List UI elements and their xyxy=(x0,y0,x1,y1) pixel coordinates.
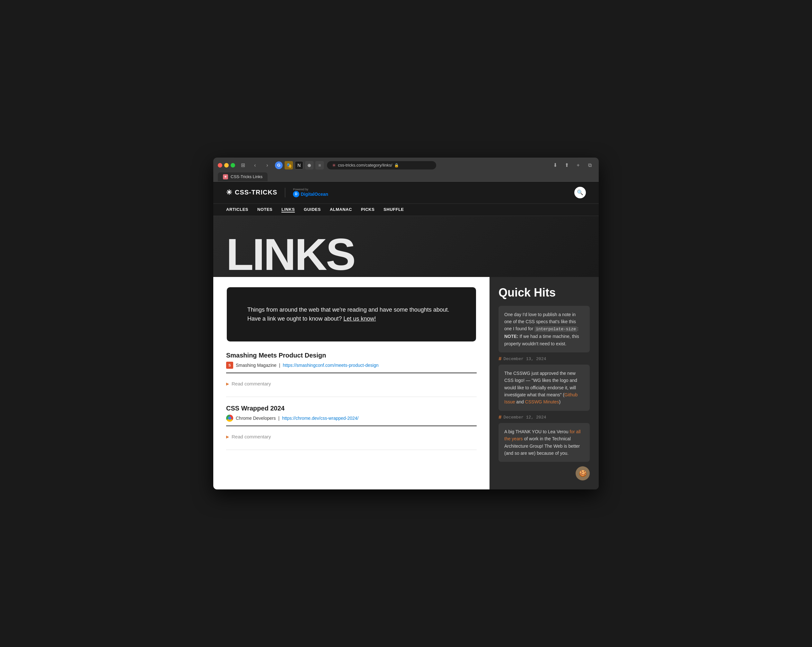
minimize-button[interactable] xyxy=(224,163,229,167)
address-bar[interactable]: ✳ css-tricks.com/category/links/ 🔒 xyxy=(327,161,436,169)
smashing-logo-icon: S xyxy=(226,362,233,369)
favicon-star: ✳ xyxy=(332,163,336,168)
logo-star-icon: ✳ xyxy=(226,189,232,197)
article-title-1[interactable]: Smashing Meets Product Design xyxy=(226,352,477,359)
address-bar-container: ✳ css-tricks.com/category/links/ 🔒 xyxy=(327,161,547,169)
qh3-before: A big THANK YOU to Lea Verou xyxy=(504,429,569,434)
read-commentary-2[interactable]: ▶ Read commentary xyxy=(226,431,477,442)
share-button[interactable]: ⬆ xyxy=(562,161,571,170)
quick-hit-card-1: One day I'd love to publish a note in on… xyxy=(499,306,590,352)
source-link-2[interactable]: https://chrome.dev/css-wrapped-2024/ xyxy=(282,416,359,421)
logo-main[interactable]: ✳ CSS-TRICKS xyxy=(226,189,277,197)
search-button[interactable]: 🔍 xyxy=(574,187,586,198)
nav-almanac[interactable]: ALMANAC xyxy=(330,207,352,212)
source-link-1[interactable]: https://smashingconf.com/meets-product-d… xyxy=(283,363,379,368)
close-button[interactable] xyxy=(218,163,222,167)
qh2-after: ) xyxy=(559,399,560,404)
logo-divider xyxy=(285,188,285,197)
qh2-link2[interactable]: CSSWG Minutes xyxy=(525,399,559,404)
page-content: ✳ CSS-TRICKS Powered by D DigitalOcean 🔍… xyxy=(213,182,599,490)
nav-guides[interactable]: GUIDES xyxy=(304,207,321,212)
source-name-1: Smashing Magazine xyxy=(236,363,276,368)
do-icon: D xyxy=(293,191,299,197)
forward-button[interactable]: › xyxy=(263,161,272,170)
date-hash-1: # xyxy=(499,356,502,362)
main-layout: Things from around the web that we're re… xyxy=(213,277,599,490)
article-meta-1: S Smashing Magazine | https://smashingco… xyxy=(226,362,477,373)
play-icon-2: ▶ xyxy=(226,435,229,439)
sidebar-toggle-button[interactable]: ⊞ xyxy=(238,161,247,170)
logo-text: CSS-TRICKS xyxy=(235,189,277,196)
hero-title: LINKS xyxy=(226,232,586,277)
browser-right-icons: ⬇ ⬆ + ⧉ xyxy=(551,161,594,170)
quick-hit-text-2: The CSSWG just approved the new CSS logo… xyxy=(504,370,584,406)
ext-icon-2[interactable]: ⊕ xyxy=(305,161,313,169)
ext-icon-3[interactable]: ≡ xyxy=(315,161,324,169)
hero-section: LINKS xyxy=(213,216,599,277)
notion-icon[interactable]: N xyxy=(295,161,303,169)
commentary-label-1: Read commentary xyxy=(232,381,271,387)
source-divider-2: | xyxy=(278,416,280,421)
nav-articles[interactable]: ARTICLES xyxy=(226,207,248,212)
back-button[interactable]: ‹ xyxy=(250,161,259,170)
read-commentary-1[interactable]: ▶ Read commentary xyxy=(226,378,477,389)
tab-title: CSS-Tricks Links xyxy=(230,174,263,179)
qh1-middle: : xyxy=(577,326,578,331)
browser-tabs: ✳ CSS-Tricks Links xyxy=(218,172,594,181)
chrome-logo-icon xyxy=(226,415,233,422)
date-text-1: December 13, 2024 xyxy=(504,356,546,361)
source-name-2: Chrome Developers xyxy=(236,416,276,421)
cookie-button[interactable]: 🍪 xyxy=(575,466,590,480)
article-item-2: CSS Wrapped 2024 Chrome Developers | htt… xyxy=(226,405,477,450)
date-text-2: December 12, 2024 xyxy=(504,415,546,420)
source-divider-1: | xyxy=(279,363,281,368)
browser-titlebar: ⊞ ‹ › G 🎭 N ⊕ ≡ ✳ css-tricks.com/categor… xyxy=(218,161,594,170)
nav-picks[interactable]: PICKS xyxy=(361,207,374,212)
article-title-2[interactable]: CSS Wrapped 2024 xyxy=(226,405,477,412)
lock-icon: 🔒 xyxy=(394,163,399,167)
let-us-know-link[interactable]: Let us know! xyxy=(343,315,376,322)
tab-favicon: ✳ xyxy=(223,174,228,180)
sidebar-title: Quick Hits xyxy=(499,286,590,300)
qh2-middle: and xyxy=(515,399,525,404)
maximize-button[interactable] xyxy=(230,163,235,167)
site-logo: ✳ CSS-TRICKS Powered by D DigitalOcean xyxy=(226,188,328,197)
more-button[interactable]: ⧉ xyxy=(585,161,594,170)
extension-icons: G 🎭 N ⊕ ≡ xyxy=(275,161,324,169)
qh1-code: interpolate-size xyxy=(534,326,577,332)
powered-by: Powered by D DigitalOcean xyxy=(293,188,328,197)
url-text: css-tricks.com/category/links/ xyxy=(338,163,392,167)
digitalocean-logo[interactable]: D DigitalOcean xyxy=(293,191,328,197)
play-icon-1: ▶ xyxy=(226,382,229,386)
browser-chrome: ⊞ ‹ › G 🎭 N ⊕ ≡ ✳ css-tricks.com/categor… xyxy=(213,158,599,182)
traffic-lights xyxy=(218,163,235,167)
commentary-label-2: Read commentary xyxy=(232,434,271,439)
article-meta-2: Chrome Developers | https://chrome.dev/c… xyxy=(226,415,477,426)
powered-label: Powered by xyxy=(293,188,328,191)
intro-box-inner: Things from around the web that we're re… xyxy=(237,296,466,333)
site-nav: ARTICLES NOTES LINKS GUIDES ALMANAC PICK… xyxy=(213,204,599,216)
quick-hit-text-1: One day I'd love to publish a note in on… xyxy=(504,311,584,347)
intro-text: Things from around the web that we're re… xyxy=(247,305,455,324)
intro-box: Things from around the web that we're re… xyxy=(226,286,477,343)
date-hash-2: # xyxy=(499,415,502,420)
active-tab[interactable]: ✳ CSS-Tricks Links xyxy=(218,172,267,181)
quick-hit-card-2: The CSSWG just approved the new CSS logo… xyxy=(499,365,590,411)
nav-notes[interactable]: NOTES xyxy=(257,207,272,212)
do-brand: DigitalOcean xyxy=(301,192,328,197)
article-item-1: Smashing Meets Product Design S Smashing… xyxy=(226,352,477,397)
sidebar: Quick Hits One day I'd love to publish a… xyxy=(490,277,599,490)
content-area: Things from around the web that we're re… xyxy=(213,277,490,490)
nav-shuffle[interactable]: SHUFFLE xyxy=(383,207,404,212)
quick-hit-text-3: A big THANK YOU to Lea Verou for all the… xyxy=(504,428,584,457)
new-tab-button[interactable]: + xyxy=(574,161,583,170)
download-button[interactable]: ⬇ xyxy=(551,161,560,170)
nav-links[interactable]: LINKS xyxy=(281,207,295,212)
ext-icon-1[interactable]: 🎭 xyxy=(285,161,293,169)
quick-hit-card-3: A big THANK YOU to Lea Verou for all the… xyxy=(499,423,590,462)
quick-hit-date-1: # December 13, 2024 xyxy=(499,356,590,362)
google-icon[interactable]: G xyxy=(275,161,283,169)
qh1-bold: NOTE: xyxy=(504,334,518,339)
site-header: ✳ CSS-TRICKS Powered by D DigitalOcean 🔍 xyxy=(213,182,599,204)
quick-hit-date-2: # December 12, 2024 xyxy=(499,415,590,420)
